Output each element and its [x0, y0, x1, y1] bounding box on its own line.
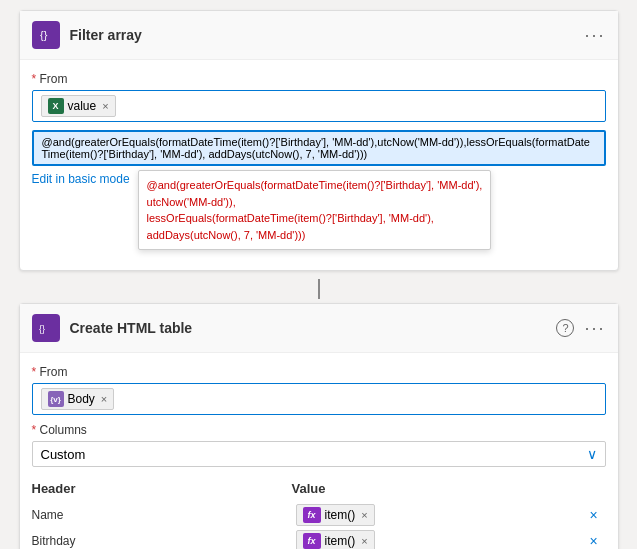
edit-mode-row: Edit in basic mode @and(greaterOrEquals(… [32, 170, 606, 250]
row2-header-text: Bitrhday [32, 534, 76, 548]
html-table-body: From {v} Body × Columns Custom ∨ Header … [20, 353, 618, 549]
flow-container: {} Filter array ··· From X value × @and(… [19, 10, 619, 549]
html-table-icon: {} [32, 314, 60, 342]
row2-header: Bitrhday [32, 530, 292, 549]
row2-value-cell: fx item() × [296, 530, 578, 549]
flow-arrow-1 [318, 279, 320, 299]
columns-label: Columns [32, 423, 606, 437]
filter-array-card: {} Filter array ··· From X value × @and(… [19, 10, 619, 271]
columns-value: Custom [41, 447, 86, 462]
value-token: X value × [41, 95, 116, 117]
row1-fx-token: fx item() × [296, 504, 375, 526]
expression-field[interactable]: @and(greaterOrEquals(formatDateTime(item… [32, 130, 606, 166]
value-token-close[interactable]: × [102, 100, 108, 112]
filter-array-header: {} Filter array ··· [20, 11, 618, 60]
row1-token-close[interactable]: × [361, 509, 367, 521]
columns-select[interactable]: Custom ∨ [32, 441, 606, 467]
row2-token-close[interactable]: × [361, 535, 367, 547]
arrow-line-1 [318, 279, 320, 299]
edit-basic-mode-link[interactable]: Edit in basic mode [32, 172, 130, 186]
header-col-label: Header [32, 481, 292, 496]
body-icon: {v} [48, 391, 64, 407]
from-token-field[interactable]: X value × [32, 90, 606, 122]
html-table-header: {} Create HTML table ? ··· [20, 304, 618, 353]
row2-fx-token: fx item() × [296, 530, 375, 549]
row1-header-text: Name [32, 508, 64, 522]
table-row: Bitrhday fx item() × × [32, 530, 606, 549]
from-label: From [32, 72, 606, 86]
row1-delete[interactable]: × [582, 507, 606, 523]
row1-value-text: item() [325, 508, 356, 522]
html-table-title: Create HTML table [70, 320, 547, 336]
columns-chevron: ∨ [587, 446, 597, 462]
row2-delete[interactable]: × [582, 533, 606, 549]
filter-icon: {} [32, 21, 60, 49]
value-col-label: Value [292, 481, 606, 496]
formula-tooltip: @and(greaterOrEquals(formatDateTime(item… [138, 170, 492, 250]
html-table-menu[interactable]: ··· [584, 318, 605, 339]
ht-from-label: From [32, 365, 606, 379]
row2-value-text: item() [325, 534, 356, 548]
help-button[interactable]: ? [556, 319, 574, 337]
filter-array-menu[interactable]: ··· [584, 25, 605, 46]
row1-header: Name [32, 504, 292, 526]
table-headers: Header Value [32, 477, 606, 500]
table-row: Name fx item() × × [32, 504, 606, 526]
ht-from-token-field[interactable]: {v} Body × [32, 383, 606, 415]
svg-text:{}: {} [40, 29, 48, 41]
row1-fx-icon: fx [303, 507, 321, 523]
row1-value-cell: fx item() × [296, 504, 578, 526]
value-token-text: value [68, 99, 97, 113]
filter-array-body: From X value × @and(greaterOrEquals(form… [20, 60, 618, 270]
row2-fx-icon: fx [303, 533, 321, 549]
excel-icon: X [48, 98, 64, 114]
html-table-card: {} Create HTML table ? ··· From {v} Body… [19, 303, 619, 549]
body-token: {v} Body × [41, 388, 115, 410]
formula-tooltip-text: @and(greaterOrEquals(formatDateTime(item… [147, 179, 483, 241]
filter-array-title: Filter array [70, 27, 575, 43]
svg-text:{}: {} [39, 324, 45, 334]
body-token-close[interactable]: × [101, 393, 107, 405]
body-token-text: Body [68, 392, 95, 406]
